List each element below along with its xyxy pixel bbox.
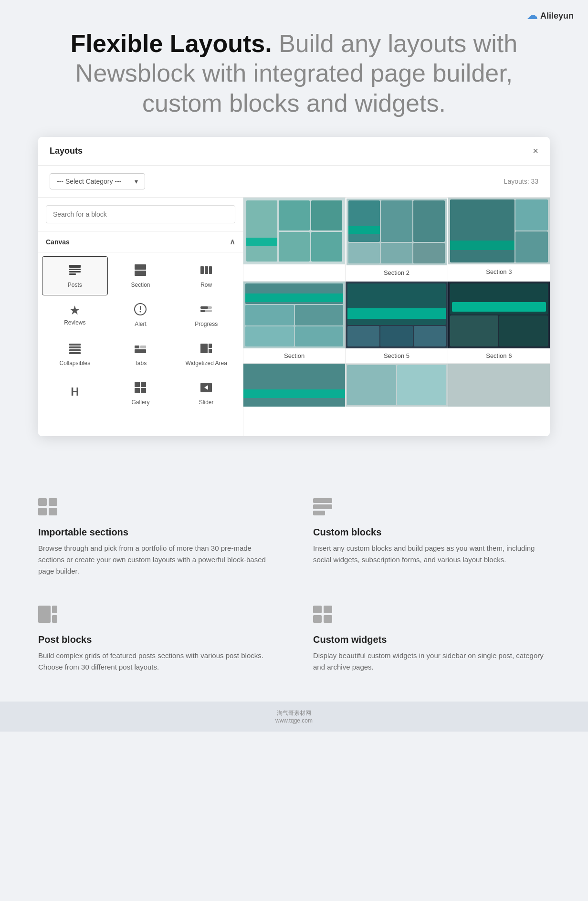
svg-rect-37 <box>313 504 332 509</box>
block-item-progress[interactable]: Progress <box>173 295 239 335</box>
svg-rect-0 <box>69 265 81 268</box>
reviews-icon: ★ <box>69 304 80 316</box>
chevron-down-icon: ▾ <box>135 178 138 185</box>
svg-rect-32 <box>38 498 47 506</box>
svg-rect-19 <box>69 352 81 354</box>
feature-post-blocks: Post blocks Build complex grids of featu… <box>38 606 275 673</box>
feature-desc-custom-widgets: Display beautiful custom widgets in your… <box>313 650 550 673</box>
layout-label-section1 <box>243 264 345 272</box>
modal-header: Layouts × <box>38 137 550 166</box>
layout-card-section7[interactable] <box>243 364 345 407</box>
svg-rect-4 <box>135 264 146 270</box>
custom-widgets-icon <box>313 606 550 627</box>
watermark-line1: 淘气哥素材网 <box>8 709 580 717</box>
svg-rect-26 <box>135 382 140 387</box>
logo-text: Alileyun <box>540 11 574 21</box>
category-select[interactable]: --- Select Category --- ▾ <box>50 173 145 189</box>
custom-blocks-icon <box>313 498 550 519</box>
svg-rect-29 <box>141 388 146 393</box>
feature-desc-post-blocks: Build complex grids of featured posts se… <box>38 650 275 673</box>
block-label-alert: Alert <box>135 321 147 327</box>
search-input[interactable] <box>46 205 235 223</box>
widgetized-icon <box>200 342 213 357</box>
logo-icon: ☁ <box>527 10 537 22</box>
alert-icon <box>134 303 147 318</box>
layout-card-section8[interactable] <box>346 364 447 407</box>
layout-card-section3[interactable]: Section 3 <box>448 198 550 281</box>
svg-rect-41 <box>52 615 57 623</box>
feature-title-post-blocks: Post blocks <box>38 634 275 645</box>
modal-title: Layouts <box>50 146 83 156</box>
canvas-section: Canvas ∧ <box>38 231 243 417</box>
block-label-progress: Progress <box>195 321 218 327</box>
layout-card-section1[interactable] <box>243 198 345 281</box>
block-item-posts[interactable]: Posts <box>42 256 108 295</box>
svg-rect-42 <box>313 606 322 613</box>
progress-icon <box>200 303 213 318</box>
canvas-label: Canvas <box>46 238 70 246</box>
svg-rect-40 <box>52 606 57 613</box>
block-label-widgetized: Widgetized Area <box>185 360 227 367</box>
layout-card-section9[interactable] <box>448 364 550 407</box>
layout-card-section5[interactable]: Section 5 <box>346 282 447 363</box>
layout-label-section5: Section 5 <box>346 348 447 363</box>
svg-rect-13 <box>200 306 208 309</box>
svg-rect-1 <box>69 269 81 270</box>
block-item-tabs[interactable]: Tabs <box>108 335 174 374</box>
block-item-slider[interactable]: Slider <box>173 374 239 413</box>
logo: ☁ Alileyun <box>527 10 574 22</box>
slider-icon <box>200 381 213 396</box>
block-label-slider: Slider <box>199 399 214 406</box>
block-item-reviews[interactable]: ★ Reviews <box>42 295 108 335</box>
feature-title-custom-blocks: Custom blocks <box>313 527 550 538</box>
left-panel: Canvas ∧ <box>38 198 243 436</box>
block-label-row: Row <box>200 282 212 288</box>
svg-rect-17 <box>69 346 81 348</box>
svg-rect-2 <box>69 271 81 272</box>
svg-rect-15 <box>200 310 205 312</box>
posts-icon <box>68 263 82 279</box>
block-label-gallery: Gallery <box>131 399 149 406</box>
watermark: 淘气哥素材网 www.tqge.com <box>0 702 588 732</box>
svg-rect-21 <box>140 346 146 348</box>
header-title-bold: Flexible Layouts. <box>71 30 272 57</box>
svg-rect-34 <box>38 508 47 515</box>
svg-rect-45 <box>324 615 332 623</box>
svg-rect-33 <box>49 498 57 506</box>
section-icon <box>134 263 147 279</box>
block-item-section[interactable]: Section <box>108 256 174 295</box>
layouts-count: Layouts: 33 <box>504 178 538 185</box>
tabs-icon <box>134 342 147 357</box>
layout-label-section4: Section <box>243 348 345 363</box>
row-icon <box>200 263 213 279</box>
layout-card-section6[interactable]: Section 6 <box>448 282 550 363</box>
category-select-label: --- Select Category --- <box>57 178 121 185</box>
block-item-collapsibles[interactable]: Collapsibles <box>42 335 108 374</box>
svg-rect-23 <box>200 344 208 353</box>
feature-desc-custom-blocks: Insert any custom blocks and build pages… <box>313 543 550 566</box>
two-panel: Canvas ∧ <box>38 198 550 436</box>
svg-rect-7 <box>205 266 208 274</box>
canvas-collapse-icon[interactable]: ∧ <box>230 237 235 246</box>
svg-rect-5 <box>135 271 146 276</box>
svg-rect-22 <box>135 349 146 353</box>
post-blocks-icon <box>38 606 275 627</box>
block-label-posts: Posts <box>68 282 82 288</box>
svg-rect-27 <box>141 382 146 387</box>
search-box <box>38 198 243 231</box>
block-item-gallery[interactable]: Gallery <box>108 374 174 413</box>
svg-rect-39 <box>38 606 51 623</box>
svg-rect-35 <box>49 508 57 515</box>
svg-rect-43 <box>324 606 332 613</box>
block-item-heading[interactable]: H <box>42 374 108 413</box>
blocks-grid: Posts Section <box>38 252 243 417</box>
modal-close-button[interactable]: × <box>533 146 538 157</box>
layout-card-section2[interactable]: Section 2 <box>346 198 447 281</box>
block-item-widgetized[interactable]: Widgetized Area <box>173 335 239 374</box>
block-item-alert[interactable]: Alert <box>108 295 174 335</box>
svg-rect-25 <box>209 349 212 353</box>
block-label-collapsibles: Collapsibles <box>59 360 90 367</box>
layout-card-section4[interactable]: Section <box>243 282 345 363</box>
block-item-row[interactable]: Row <box>173 256 239 295</box>
watermark-line2: www.tqge.com <box>8 717 580 724</box>
